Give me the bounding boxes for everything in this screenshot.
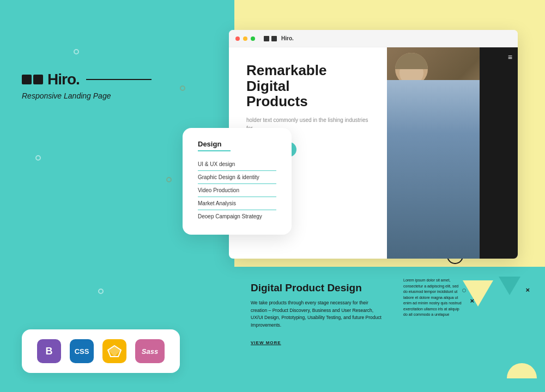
tagline: Responsive Landing Page — [22, 91, 152, 100]
logo-name: Hiro. — [47, 71, 80, 88]
service-item-3: Video Production — [198, 184, 276, 197]
small-dot-right — [462, 289, 466, 292]
service-item-5: Deoep Campaign Strategy — [198, 210, 276, 223]
triangle-teal — [499, 277, 520, 295]
service-item-2: Graphic Design & identity — [198, 171, 276, 184]
left-content: Hiro. Responsive Landing Page — [22, 71, 152, 100]
browser-logo-text: Hiro. — [281, 35, 294, 41]
services-card: Design UI & UX design Graphic Design & i… — [183, 128, 292, 235]
photo-dark-overlay — [480, 47, 518, 259]
triangle-yellow — [463, 280, 493, 307]
browser-close-dot — [235, 36, 240, 41]
tech-badges-card: B CSS Sass — [22, 329, 180, 373]
x-mark-1: × — [525, 286, 530, 294]
browser-sq-2 — [271, 36, 277, 41]
digital-description: We take products through every stage nec… — [251, 299, 382, 329]
services-underline — [198, 150, 231, 151]
service-item-1: UI & UX design — [198, 158, 276, 171]
services-title: Design — [198, 140, 276, 148]
digital-title: Digital Product Design — [251, 282, 382, 294]
dot-4 — [180, 85, 185, 91]
bootstrap-icon: B — [37, 339, 61, 363]
sketch-icon — [102, 339, 126, 363]
browser-hero-title: Remarkable Digital Products — [246, 63, 370, 109]
browser-hero-photo: ≡ — [387, 47, 518, 259]
digital-design-section: Digital Product Design We take products … — [234, 267, 398, 392]
browser-min-dot — [243, 36, 247, 41]
semicircle-yellow — [507, 363, 537, 378]
logo-sq-1 — [22, 75, 32, 84]
service-item-4: Market Analysis — [198, 197, 276, 210]
browser-bar: Hiro. — [229, 30, 518, 47]
browser-nav-logo: Hiro. — [264, 35, 294, 41]
dot-5 — [166, 177, 172, 182]
sass-icon: Sass — [135, 339, 165, 363]
dot-3 — [98, 289, 104, 294]
logo-sq-2 — [33, 75, 43, 84]
x-mark-2: × — [470, 297, 474, 305]
dot-1 — [74, 49, 79, 54]
decorative-right: Lorem ipsum dolor sit amet, consectetur … — [398, 267, 545, 392]
side-text-block: Lorem ipsum dolor sit amet, consectetur … — [403, 278, 463, 318]
hamburger-icon[interactable]: ≡ — [508, 53, 512, 62]
side-text: Lorem ipsum dolor sit amet, consectetur … — [403, 278, 463, 318]
bottom-section: Digital Product Design We take products … — [234, 267, 545, 392]
dot-2 — [35, 155, 41, 161]
person-body — [387, 80, 480, 259]
logo-line — [86, 79, 152, 80]
css3-icon: CSS — [70, 339, 94, 363]
browser-max-dot — [251, 36, 255, 41]
services-list: UI & UX design Graphic Design & identity… — [198, 158, 276, 223]
browser-sq-1 — [264, 36, 269, 41]
logo-area: Hiro. — [22, 71, 152, 88]
view-more-link[interactable]: VIEW MORE — [251, 340, 281, 345]
logo-squares — [22, 75, 43, 84]
